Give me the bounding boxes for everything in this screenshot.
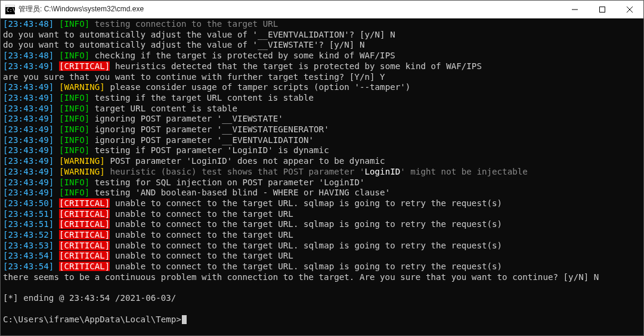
svg-rect-4 bbox=[600, 7, 605, 12]
terminal-output[interactable]: [23:43:48] [INFO] testing connection to … bbox=[1, 18, 643, 335]
terminal-line: [23:43:48] [INFO] testing connection to … bbox=[3, 19, 641, 30]
terminal-line: [23:43:49] [WARNING] heuristic (basic) t… bbox=[3, 167, 641, 178]
terminal-line: [23:43:51] [CRITICAL] unable to connect … bbox=[3, 209, 641, 220]
maximize-button[interactable] bbox=[589, 1, 616, 18]
cursor bbox=[182, 315, 187, 324]
window-controls bbox=[561, 1, 643, 18]
terminal-line: there seems to be a continuous problem w… bbox=[3, 272, 641, 283]
terminal-line: [*] ending @ 23:43:54 /2021-06-03/ bbox=[3, 293, 641, 304]
terminal-line: [23:43:52] [CRITICAL] unable to connect … bbox=[3, 230, 641, 241]
terminal-line: [23:43:48] [INFO] checking if the target… bbox=[3, 51, 641, 61]
terminal-line: [23:43:49] [INFO] testing for SQL inject… bbox=[3, 178, 641, 188]
svg-text:C:\: C:\ bbox=[7, 8, 15, 13]
terminal-line: [23:43:49] [INFO] testing if POST parame… bbox=[3, 145, 641, 156]
terminal-line: [23:43:49] [WARNING] POST parameter 'Log… bbox=[3, 156, 641, 167]
prompt-text: C:\Users\iframe\AppData\Local\Temp> bbox=[3, 315, 181, 324]
terminal-line: [23:43:49] [INFO] ignoring POST paramete… bbox=[3, 114, 641, 125]
minimize-button[interactable] bbox=[561, 1, 589, 18]
prompt-line[interactable]: C:\Users\iframe\AppData\Local\Temp> bbox=[3, 315, 641, 325]
terminal-line: [23:43:49] [INFO] ignoring POST paramete… bbox=[3, 125, 641, 135]
terminal-line: [23:43:54] [CRITICAL] unable to connect … bbox=[3, 262, 641, 272]
terminal-line bbox=[3, 304, 641, 315]
terminal-line bbox=[3, 283, 641, 294]
terminal-line: [23:43:49] [INFO] testing 'AND boolean-b… bbox=[3, 188, 641, 198]
terminal-line: are you sure that you want to continue w… bbox=[3, 72, 641, 83]
terminal-line: do you want to automatically adjust the … bbox=[3, 40, 641, 51]
terminal-line: [23:43:50] [CRITICAL] unable to connect … bbox=[3, 198, 641, 209]
terminal-line: [23:43:53] [CRITICAL] unable to connect … bbox=[3, 241, 641, 251]
cmd-icon: C:\ bbox=[5, 5, 15, 14]
terminal-line: do you want to automatically adjust the … bbox=[3, 30, 641, 41]
window-title: 管理员: C:\Windows\system32\cmd.exe bbox=[18, 4, 561, 14]
terminal-line: [23:43:49] [INFO] testing if the target … bbox=[3, 93, 641, 104]
terminal-line: [23:43:49] [INFO] ignoring POST paramete… bbox=[3, 135, 641, 146]
close-button[interactable] bbox=[616, 1, 643, 18]
svg-rect-2 bbox=[6, 5, 14, 7]
terminal-line: [23:43:54] [CRITICAL] unable to connect … bbox=[3, 251, 641, 262]
terminal-line: [23:43:51] [CRITICAL] unable to connect … bbox=[3, 219, 641, 230]
terminal-line: [23:43:49] [WARNING] please consider usa… bbox=[3, 82, 641, 93]
terminal-line: [23:43:49] [INFO] target URL content is … bbox=[3, 104, 641, 114]
titlebar[interactable]: C:\ 管理员: C:\Windows\system32\cmd.exe bbox=[1, 1, 643, 18]
terminal-line: [23:43:49] [CRITICAL] heuristics detecte… bbox=[3, 61, 641, 72]
cmd-window: C:\ 管理员: C:\Windows\system32\cmd.exe [23… bbox=[0, 0, 644, 336]
